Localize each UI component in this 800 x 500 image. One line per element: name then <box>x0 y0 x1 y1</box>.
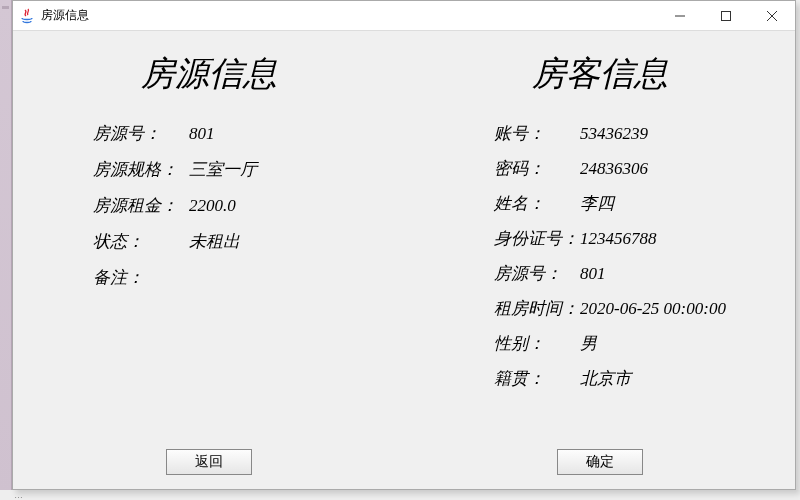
svg-rect-1 <box>722 11 731 20</box>
house-status-row: 状态： 未租出 <box>93 230 374 253</box>
content-area: 房源信息 房源号： 801 房源规格： 三室一厅 房源租金： 2200.0 状态… <box>13 31 795 489</box>
tenant-idnum-value: 123456788 <box>580 229 657 249</box>
house-id-value: 801 <box>189 124 215 144</box>
background-clutter: … <box>0 490 800 500</box>
house-remark-row: 备注： <box>93 266 374 289</box>
tenant-origin-label: 籍贯： <box>494 367 580 390</box>
tenant-idnum-row: 身份证号： 123456788 <box>494 227 765 250</box>
tenant-info-panel: 房客信息 账号： 53436239 密码： 24836306 姓名： 李四 身份… <box>404 31 795 489</box>
tenant-account-value: 53436239 <box>580 124 648 144</box>
house-id-row: 房源号： 801 <box>93 122 374 145</box>
tenant-name-label: 姓名： <box>494 192 580 215</box>
tenant-account-row: 账号： 53436239 <box>494 122 765 145</box>
house-rent-value: 2200.0 <box>189 196 236 216</box>
tenant-name-row: 姓名： 李四 <box>494 192 765 215</box>
house-info-panel: 房源信息 房源号： 801 房源规格： 三室一厅 房源租金： 2200.0 状态… <box>13 31 404 489</box>
house-spec-label: 房源规格： <box>93 158 189 181</box>
maximize-button[interactable] <box>703 1 749 31</box>
tenant-gender-row: 性别： 男 <box>494 332 765 355</box>
tenant-gender-label: 性别： <box>494 332 580 355</box>
window-controls <box>657 1 795 31</box>
house-spec-row: 房源规格： 三室一厅 <box>93 158 374 181</box>
tenant-name-value: 李四 <box>580 192 614 215</box>
tenant-button-wrap: 确定 <box>404 449 795 475</box>
tenant-time-value: 2020-06-25 00:00:00 <box>580 299 726 319</box>
house-status-label: 状态： <box>93 230 189 253</box>
tenant-info-heading: 房客信息 <box>434 51 765 97</box>
tenant-password-value: 24836306 <box>580 159 648 179</box>
minimize-button[interactable] <box>657 1 703 31</box>
tenant-password-label: 密码： <box>494 157 580 180</box>
house-rent-row: 房源租金： 2200.0 <box>93 194 374 217</box>
tenant-time-label: 租房时间： <box>494 297 580 320</box>
tenant-house-value: 801 <box>580 264 606 284</box>
house-status-value: 未租出 <box>189 230 240 253</box>
tenant-password-row: 密码： 24836306 <box>494 157 765 180</box>
house-button-wrap: 返回 <box>13 449 404 475</box>
house-spec-value: 三室一厅 <box>189 158 257 181</box>
java-icon <box>19 8 35 24</box>
tenant-house-row: 房源号： 801 <box>494 262 765 285</box>
dialog-window: 房源信息 房源信息 房源号： 801 房源规格： 三室一 <box>12 0 796 490</box>
tenant-origin-value: 北京市 <box>580 367 631 390</box>
house-info-heading: 房源信息 <box>43 51 374 97</box>
tenant-fields: 账号： 53436239 密码： 24836306 姓名： 李四 身份证号： 1… <box>434 122 765 390</box>
tenant-house-label: 房源号： <box>494 262 580 285</box>
tenant-idnum-label: 身份证号： <box>494 227 580 250</box>
confirm-button[interactable]: 确定 <box>557 449 643 475</box>
house-fields: 房源号： 801 房源规格： 三室一厅 房源租金： 2200.0 状态： 未租出… <box>43 122 374 289</box>
close-button[interactable] <box>749 1 795 31</box>
house-id-label: 房源号： <box>93 122 189 145</box>
tenant-gender-value: 男 <box>580 332 597 355</box>
tenant-origin-row: 籍贯： 北京市 <box>494 367 765 390</box>
house-remark-label: 备注： <box>93 266 189 289</box>
tenant-time-row: 租房时间： 2020-06-25 00:00:00 <box>494 297 765 320</box>
tenant-account-label: 账号： <box>494 122 580 145</box>
background-ide-grip <box>2 6 9 9</box>
window-title: 房源信息 <box>41 7 657 24</box>
house-rent-label: 房源租金： <box>93 194 189 217</box>
back-button[interactable]: 返回 <box>166 449 252 475</box>
background-ide-edge <box>0 0 12 500</box>
titlebar: 房源信息 <box>13 1 795 31</box>
